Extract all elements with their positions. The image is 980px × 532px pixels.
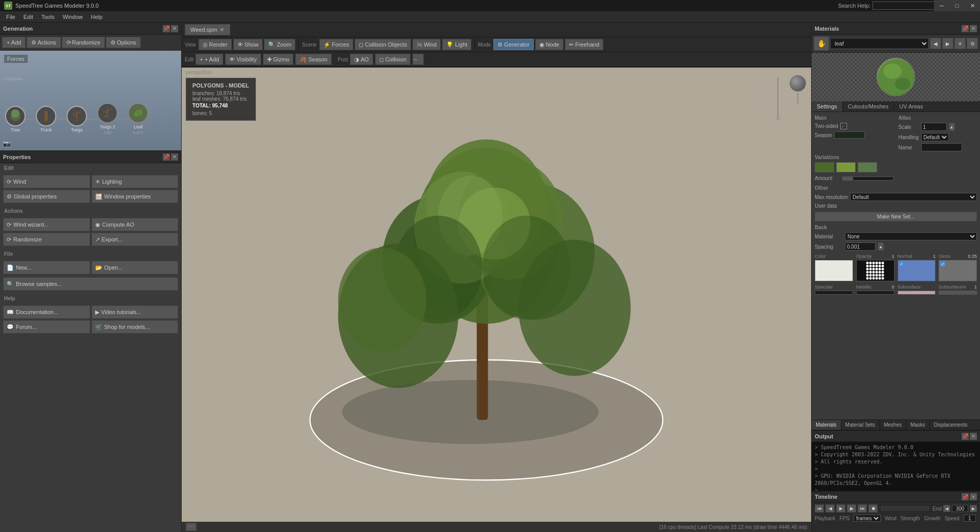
tab-uv[interactable]: UV Areas <box>894 101 928 112</box>
forum-button[interactable]: 💬 Forum... <box>3 320 90 334</box>
bottom-tab-meshes[interactable]: Meshes <box>880 420 906 430</box>
forces-btn[interactable]: ⚡ Forces <box>319 39 354 50</box>
show-btn[interactable]: 👁 Show <box>233 39 263 50</box>
output-pin-btn[interactable]: 📌 <box>962 433 969 440</box>
new-file-button[interactable]: 📄 New... <box>3 261 90 274</box>
video-tutorials-button[interactable]: ▶ Video tutorials... <box>92 305 179 319</box>
file-tab[interactable]: Weed.spm ✕ <box>185 24 230 35</box>
minimize-button[interactable]: ─ <box>934 0 949 11</box>
output-close-btn[interactable]: ✕ <box>970 433 977 440</box>
wind-button[interactable]: ⟳ Wind <box>3 175 90 188</box>
lighting-button[interactable]: ☀ Lighting <box>92 175 179 188</box>
menu-file[interactable]: File <box>2 13 19 21</box>
tl-end-next[interactable]: ▶ <box>970 505 977 512</box>
subsurface-bar[interactable] <box>898 291 936 295</box>
tab-cutouts[interactable]: Cutouts/Meshes <box>843 101 894 112</box>
tl-end-prev[interactable]: ◀ <box>943 505 950 512</box>
randomize-button[interactable]: ⟳ Randomize <box>62 37 105 48</box>
light-btn[interactable]: 💡 Light <box>442 39 471 50</box>
tl-next-frame[interactable]: ▶ <box>847 504 856 513</box>
back-material-select[interactable]: None <box>845 232 977 240</box>
mat-prev-btn[interactable]: ◀ <box>930 38 941 49</box>
open-file-button[interactable]: 📂 Open... <box>92 261 179 274</box>
properties-close-btn[interactable]: ✕ <box>171 153 178 161</box>
node-leaf[interactable]: Leaf 0.671 <box>128 103 148 135</box>
generation-pin-btn[interactable]: 📌 <box>163 25 170 32</box>
file-tab-close[interactable]: ✕ <box>219 27 225 33</box>
color-swatch[interactable] <box>815 260 853 281</box>
hand-tool[interactable]: ✋ <box>814 36 829 51</box>
materials-pin-btn[interactable]: 📌 <box>962 25 969 32</box>
compute-ao-button[interactable]: ◉ Compute AO <box>92 218 179 231</box>
season-btn[interactable]: 🍂 Season <box>295 54 331 65</box>
ao-btn[interactable]: ◑ AO <box>350 54 373 65</box>
normal-swatch[interactable]: ✓ <box>898 260 936 281</box>
wind-wizard-button[interactable]: ⟳ Wind wizard... <box>3 218 90 231</box>
zoom-btn[interactable]: 🔍 Zoom <box>264 39 295 50</box>
documentation-button[interactable]: 📖 Documentation... <box>3 305 90 319</box>
properties-pin-btn[interactable]: 📌 <box>163 153 170 161</box>
arrow-btn[interactable]: ← <box>412 54 424 65</box>
timeline-pin-btn[interactable]: 📌 <box>962 493 969 500</box>
node-tree[interactable]: Tree <box>5 106 26 132</box>
maximize-button[interactable]: □ <box>949 0 965 11</box>
materials-close-btn[interactable]: ✕ <box>970 25 977 32</box>
spacing-input[interactable] <box>845 242 876 251</box>
max-res-select[interactable]: Default <box>850 193 977 201</box>
menu-tools[interactable]: Tools <box>37 13 59 21</box>
node-trunk[interactable]: Trunk <box>36 106 56 132</box>
menu-help[interactable]: Help <box>87 13 107 21</box>
opacity-swatch[interactable] <box>856 260 895 281</box>
gloss-swatch[interactable]: ✓ <box>939 260 977 281</box>
wind-scene-btn[interactable]: 🌬 Wind <box>412 39 441 50</box>
pb-fps-select[interactable]: frames <box>854 515 881 522</box>
global-properties-button[interactable]: ⚙ Global properties <box>3 190 90 203</box>
make-new-set-btn[interactable]: Make New Set... <box>815 212 977 221</box>
collision-objects-btn[interactable]: ◻ Collision Objects <box>355 39 411 50</box>
browse-samples-button[interactable]: 🔍 Browse samples... <box>3 277 178 291</box>
node-btn[interactable]: ◉ Node <box>535 39 563 50</box>
randomize-action-button[interactable]: ⟳ Randomize <box>3 233 90 246</box>
timeline-close-btn[interactable]: ✕ <box>970 493 977 500</box>
tab-settings[interactable]: Settings <box>812 101 843 112</box>
mat-add-btn[interactable]: + <box>954 38 966 49</box>
close-button[interactable]: ✕ <box>965 0 980 11</box>
bottom-tab-material-sets[interactable]: Material Sets <box>841 420 880 430</box>
bottom-tab-materials[interactable]: Materials <box>812 420 841 430</box>
mat-options-btn[interactable]: ⚙ <box>967 38 978 49</box>
two-sided-checkbox[interactable]: ✓ <box>840 123 847 129</box>
viewport-menu-btn[interactable]: ⋯ <box>186 523 197 531</box>
node-twigs2[interactable]: Twigs 2 2.07 <box>97 103 118 135</box>
spacing-spin[interactable]: ▲ <box>878 242 884 251</box>
tl-play[interactable]: ▶ <box>836 504 845 513</box>
specular-bar[interactable] <box>815 291 853 295</box>
var-swatch-3[interactable] <box>858 162 877 172</box>
atlas-scale-spin[interactable]: ▲ <box>949 123 955 131</box>
season-color[interactable] <box>834 131 865 139</box>
var-swatch-1[interactable] <box>815 162 834 172</box>
tl-end-input[interactable] <box>952 505 968 512</box>
node-twigs[interactable]: Twigs <box>67 106 87 132</box>
visibility-btn[interactable]: 👁 Visibility <box>225 54 261 65</box>
menu-edit[interactable]: Edit <box>19 13 37 21</box>
window-properties-button[interactable]: 🪟 Window properties <box>92 190 179 203</box>
export-button[interactable]: ↗ Export... <box>92 233 179 246</box>
add-button[interactable]: + Add <box>2 37 26 48</box>
handling-select[interactable]: Default <box>921 133 949 141</box>
actions-button[interactable]: ⚙ Actions <box>27 37 60 48</box>
tl-skip-start[interactable]: ⏮ <box>815 504 824 513</box>
bottom-tab-displacements[interactable]: Displacements <box>930 420 972 430</box>
collision-post-btn[interactable]: ◻ Collision <box>375 54 411 65</box>
generation-close-btn[interactable]: ✕ <box>171 25 178 32</box>
metallic-bar[interactable] <box>856 291 895 295</box>
amount-bar[interactable] <box>842 176 894 181</box>
options-button[interactable]: ⚙ Options <box>106 37 141 48</box>
tl-position-bar[interactable] <box>881 506 929 511</box>
menu-window[interactable]: Window <box>58 13 86 21</box>
atlas-scale-input[interactable] <box>921 123 947 131</box>
mat-next-btn[interactable]: ▶ <box>942 38 953 49</box>
shop-models-button[interactable]: 🛒 Shop for models... <box>92 320 179 334</box>
gizmo-btn[interactable]: ✚ Gizmo <box>263 54 294 65</box>
var-swatch-2[interactable] <box>836 162 856 172</box>
material-dropdown[interactable]: leaf <box>830 38 929 49</box>
